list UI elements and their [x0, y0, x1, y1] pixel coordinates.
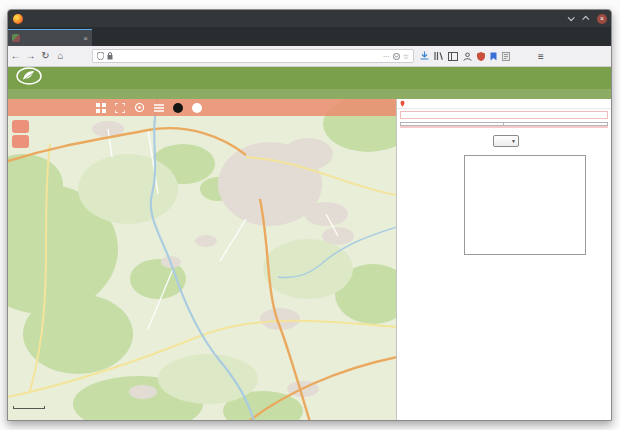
- map-labels-layer: [8, 99, 396, 421]
- map-scalebar: [13, 406, 45, 409]
- tracking-shield-icon[interactable]: [97, 52, 104, 60]
- desktop: × × ← → ↻ ⌂: [0, 0, 620, 430]
- site-header: [8, 67, 611, 89]
- recommendations-box: [400, 111, 608, 119]
- close-button[interactable]: ×: [597, 14, 607, 24]
- suitability-chart: [397, 155, 611, 255]
- pocket-icon[interactable]: [393, 53, 400, 60]
- sidebars-icon[interactable]: [448, 52, 458, 61]
- window-titlebar[interactable]: ×: [8, 10, 611, 27]
- coordinates-readout: [397, 99, 611, 109]
- menu-icon[interactable]: ≡: [538, 51, 544, 62]
- url-bar[interactable]: ⋯ ☆: [92, 49, 414, 63]
- results-panel: ▼: [396, 99, 611, 421]
- certification-note: [400, 126, 608, 128]
- chart-x-ticks: [464, 255, 586, 263]
- light-marker-style-icon[interactable]: [192, 103, 202, 113]
- bookmark-extension-icon[interactable]: [490, 52, 497, 61]
- page-actions-icon[interactable]: ⋯: [383, 53, 390, 60]
- minimize-button[interactable]: [565, 14, 575, 24]
- maximize-button[interactable]: [581, 14, 591, 24]
- zoom-in-button[interactable]: [12, 120, 29, 133]
- breadcrumb: [8, 89, 611, 99]
- chevron-down-icon: ▼: [511, 138, 516, 144]
- adblock-shield-icon[interactable]: [477, 52, 485, 61]
- map-toolbar: [8, 99, 396, 116]
- page-content: ▼: [8, 99, 611, 421]
- notes-extension-icon[interactable]: [502, 52, 510, 61]
- library-icon[interactable]: [434, 51, 443, 61]
- map-canvas[interactable]: [8, 99, 396, 421]
- scale-bar-line: [13, 406, 45, 409]
- chart-plot-area: [464, 155, 586, 255]
- tab-favicon-icon: [12, 34, 20, 42]
- dark-marker-style-icon[interactable]: [173, 103, 183, 113]
- coordinate-pin-icon: [400, 100, 405, 107]
- back-button[interactable]: ←: [8, 51, 23, 61]
- tab-baem[interactable]: ×: [8, 29, 92, 46]
- home-button[interactable]: ⌂: [53, 51, 68, 61]
- layers-icon[interactable]: [154, 103, 164, 113]
- bookmark-star-icon[interactable]: ☆: [403, 53, 409, 60]
- tab-bar: ×: [8, 27, 611, 46]
- map-zoom-control: [12, 120, 29, 150]
- downloads-icon[interactable]: [420, 51, 429, 61]
- locate-icon[interactable]: [134, 102, 145, 113]
- navigation-toolbar: ← → ↻ ⌂ ⋯ ☆: [8, 46, 611, 67]
- lock-icon[interactable]: [107, 52, 113, 60]
- tab-close-icon[interactable]: ×: [83, 34, 88, 43]
- new-tab-button[interactable]: [92, 29, 108, 46]
- firefox-icon: [13, 14, 23, 24]
- fullscreen-icon[interactable]: [115, 103, 125, 113]
- forward-button[interactable]: →: [23, 51, 38, 61]
- browser-window: × × ← → ↻ ⌂: [7, 9, 612, 421]
- reload-button[interactable]: ↻: [38, 51, 53, 61]
- zoom-out-button[interactable]: [12, 135, 29, 148]
- nwfva-logo-icon[interactable]: [16, 67, 42, 89]
- account-icon[interactable]: [463, 52, 472, 61]
- wez-select[interactable]: ▼: [493, 135, 519, 147]
- spectrum-row: ▼: [397, 135, 611, 147]
- grid-icon[interactable]: [96, 103, 106, 113]
